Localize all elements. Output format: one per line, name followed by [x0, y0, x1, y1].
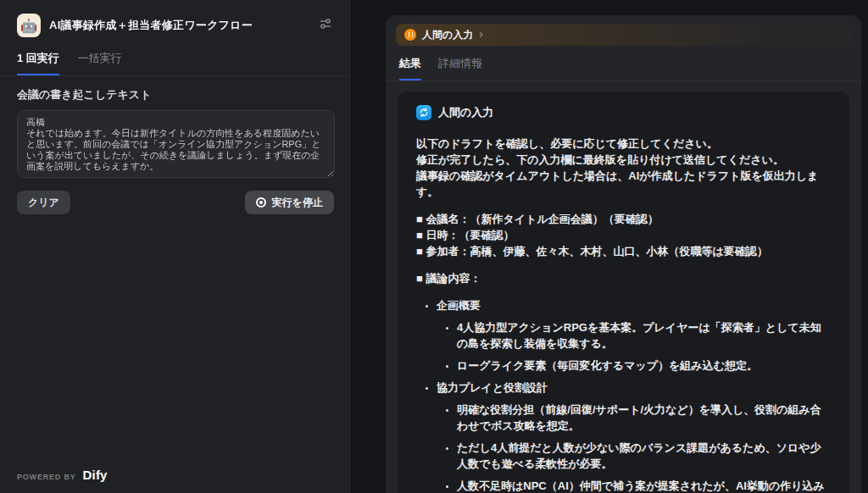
intro-line: 以下のドラフトを確認し、必要に応じて修正してください。: [416, 136, 831, 152]
field-line: ■ 会議名：（新作タイトル企画会議）（要確認）: [416, 211, 831, 227]
stop-run-label: 実行を停止: [272, 196, 323, 210]
fields-block: ■ 会議名：（新作タイトル企画会議）（要確認）■ 日時：（要確認）■ 参加者：高…: [416, 211, 831, 259]
run-settings-button[interactable]: [317, 15, 334, 36]
chevron-right-icon: ›: [479, 28, 483, 40]
powered-by: POWERED BY Dify: [17, 468, 108, 482]
field-line: ■ 日時：（要確認）: [416, 227, 831, 243]
app-avatar: 🤖: [17, 14, 41, 37]
transcript-field-label: 会議の書き起こしテキスト: [0, 76, 351, 102]
run-mode-tabs: 1 回実行 一括実行: [0, 37, 351, 76]
stop-run-button[interactable]: 実行を停止: [245, 191, 334, 214]
node-card-header: 人間の入力: [416, 105, 831, 120]
discussion-heading: ■ 議論内容：: [416, 270, 831, 286]
tab-single-run[interactable]: 1 回実行: [17, 51, 59, 75]
field-line: ■ 参加者：高橋、伊藤、佐々木、木村、山口、小林（役職等は要確認）: [416, 243, 831, 259]
clear-button[interactable]: クリア: [17, 191, 70, 214]
result-tabs: 結果 詳細情報: [386, 46, 861, 81]
run-panel: 🤖 AI議事録作成＋担当者修正ワークフロー 1 回実行 一括実行 会議の書き起こ…: [0, 0, 352, 493]
tab-batch-run[interactable]: 一括実行: [78, 51, 122, 75]
banner-node-label: 人間の入力: [422, 28, 473, 42]
discussion-topic: 企画概要4人協力型アクションRPGを基本案。プレイヤーは「探索者」として未知の島…: [437, 297, 831, 374]
app-title: AI議事録作成＋担当者修正ワークフロー: [49, 18, 309, 33]
intro-block: 以下のドラフトを確認し、必要に応じて修正してください。修正が完了したら、下の入力…: [416, 136, 831, 200]
discussion-point: 人数不足時はNPC（AI）仲間で補う案が提案されたが、AI挙動の作り込みが必要。: [457, 478, 831, 493]
human-input-node-icon: [416, 105, 431, 120]
human-input-result-card: 人間の入力 以下のドラフトを確認し、必要に応じて修正してください。修正が完了した…: [398, 91, 849, 493]
intro-line: 修正が完了したら、下の入力欄に最終版を貼り付けて送信してください。: [416, 152, 831, 168]
intro-line: 議事録の確認がタイムアウトした場合は、AIが作成したドラフト版を仮出力します。: [416, 168, 831, 200]
tab-details[interactable]: 詳細情報: [438, 56, 482, 80]
discussion-topic: 協力プレイと役割設計明確な役割分担（前線/回復/サポート/火力など）を導入し、役…: [437, 379, 831, 493]
paused-status-icon: [404, 29, 416, 41]
transcript-input[interactable]: 高橋 それでは始めます。今日は新作タイトルの方向性をある程度固めたいと思います。…: [17, 110, 335, 178]
discussion-point: 明確な役割分担（前線/回復/サポート/火力など）を導入し、役割の組み合わせでボス…: [457, 402, 831, 434]
discussion-list: 企画概要4人協力型アクションRPGを基本案。プレイヤーは「探索者」として未知の島…: [416, 297, 831, 493]
stop-icon: [256, 197, 266, 208]
sliders-icon: [319, 17, 332, 34]
tab-result[interactable]: 結果: [399, 56, 421, 80]
discussion-point: ただし4人前提だと人数が少ない際のバランス課題があるため、ソロや少人数でも遊べる…: [457, 440, 831, 472]
dify-logo[interactable]: Dify: [83, 468, 108, 482]
node-inspector-panel: 人間の入力 › 結果 詳細情報 人間の入力 以下のドラフトを確認し、必要に応じて…: [386, 15, 861, 493]
discussion-point: 4人協力型アクションRPGを基本案。プレイヤーは「探索者」として未知の島を探索し…: [457, 319, 831, 352]
node-card-title: 人間の入力: [438, 105, 493, 120]
powered-by-label: POWERED BY: [17, 473, 76, 481]
human-input-node-banner[interactable]: 人間の入力 ›: [396, 24, 851, 46]
draft-content: 以下のドラフトを確認し、必要に応じて修正してください。修正が完了したら、下の入力…: [416, 136, 831, 493]
app-header: 🤖 AI議事録作成＋担当者修正ワークフロー: [0, 0, 351, 37]
robot-emoji-icon: 🤖: [20, 18, 37, 34]
run-actions: クリア 実行を停止: [0, 178, 351, 214]
discussion-point: ローグライク要素（毎回変化するマップ）を組み込む想定。: [457, 357, 831, 374]
